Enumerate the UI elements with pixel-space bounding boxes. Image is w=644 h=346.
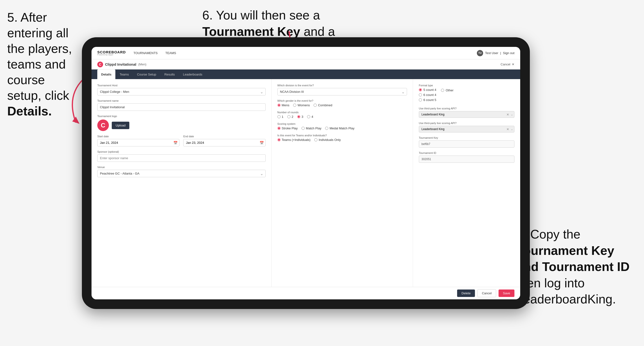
host-select-wrapper: Clippd College - Men — [97, 88, 266, 95]
leaderboard-api2-select[interactable]: Leaderboard King — [419, 126, 514, 133]
cancel-button[interactable]: Cancel — [477, 289, 496, 297]
cancel-label[interactable]: Cancel — [501, 62, 510, 66]
cancel-x-icon[interactable]: ✕ — [512, 62, 514, 66]
gender-womens-label: Womens — [298, 103, 310, 107]
main-content: Tournament Host Clippd College - Men Tou… — [92, 79, 520, 287]
leaderboard-api1-clear-button[interactable]: ✕ — [506, 113, 509, 116]
teams-individuals-label: Individuals Only — [319, 138, 341, 142]
annotation-left-bold: Details. — [7, 104, 52, 118]
format-5count4-radio[interactable] — [419, 88, 422, 91]
teams-individuals-radio[interactable] — [314, 138, 318, 141]
annotation-copy-bold: Tournament Key and Tournament ID — [516, 244, 630, 274]
gender-womens-option[interactable]: Womens — [293, 103, 310, 107]
sponsor-label: Sponsor (optional) — [97, 150, 266, 153]
rounds-1-option[interactable]: 1 — [278, 115, 284, 119]
user-avatar: TU — [477, 50, 483, 56]
end-date-input[interactable] — [183, 139, 266, 147]
cancel-area: Cancel ✕ — [501, 62, 514, 66]
header-left: SCOREBOARD Powered by clippd TOURNAMENTS… — [97, 50, 176, 56]
leaderboard-api2-group: Use third-party live scoring API? Leader… — [419, 122, 514, 133]
date-row: Start date 📅 End date 📅 — [97, 135, 266, 150]
rounds-1-label: 1 — [282, 115, 284, 119]
teams-plus-radio[interactable] — [278, 138, 280, 141]
annotation-bottom-right: 7. Copy the Tournament Key and Tournamen… — [516, 226, 637, 308]
tournament-id-value: 302051 — [419, 156, 514, 163]
rounds-1-radio[interactable] — [278, 115, 280, 118]
tab-course-setup[interactable]: Course Setup — [133, 69, 160, 79]
rounds-4-option[interactable]: 4 — [307, 115, 313, 119]
nav-tournaments[interactable]: TOURNAMENTS — [134, 51, 158, 55]
host-select[interactable]: Clippd College - Men — [97, 88, 266, 95]
tab-results[interactable]: Results — [160, 69, 178, 79]
nav-teams[interactable]: TEAMS — [166, 51, 176, 55]
rounds-2-option[interactable]: 2 — [287, 115, 293, 119]
app-header: SCOREBOARD Powered by clippd TOURNAMENTS… — [92, 47, 520, 59]
gender-combined-radio[interactable] — [314, 104, 317, 107]
format-6count4-option[interactable]: 6 count 4 — [419, 93, 436, 97]
tab-leaderboards[interactable]: Leaderboards — [179, 69, 206, 79]
tournament-key-label: Tournament Key — [419, 136, 514, 139]
format-6count5-option[interactable]: 6 count 5 — [419, 98, 436, 102]
scoring-medal-radio[interactable] — [325, 127, 328, 130]
tournament-key-value: bef6b7 — [419, 140, 514, 148]
rounds-3-radio[interactable] — [297, 115, 300, 118]
rounds-group: Number of rounds 1 2 3 — [278, 111, 407, 119]
user-name: Test User — [485, 51, 498, 55]
gender-mens-label: Mens — [282, 103, 290, 107]
rounds-2-radio[interactable] — [287, 115, 290, 118]
logo-sub: Powered by clippd — [97, 54, 126, 56]
format-5count4-option[interactable]: 5 count 4 — [419, 88, 436, 92]
header-divider: | — [500, 51, 501, 55]
teams-group: Is this event for Teams and/or Individua… — [278, 134, 407, 142]
signout-link[interactable]: Sign out — [503, 51, 514, 55]
leaderboard-api2-select-wrapper: Leaderboard King ✕ ⌄ — [419, 126, 514, 133]
gender-womens-radio[interactable] — [293, 104, 296, 107]
leaderboard-api2-clear-button[interactable]: ✕ — [506, 127, 509, 131]
sponsor-input[interactable] — [97, 154, 266, 162]
gender-mens-option[interactable]: Mens — [278, 103, 290, 107]
scoring-medal-label: Medal Match Play — [330, 127, 354, 130]
sponsor-group: Sponsor (optional) — [97, 150, 266, 162]
teams-plus-label: Teams (+Individuals) — [282, 138, 311, 142]
save-button[interactable]: Save — [498, 290, 514, 297]
end-date-wrapper: 📅 — [183, 139, 266, 147]
scoring-stroke-option[interactable]: Stroke Play — [278, 127, 298, 130]
format-6count4-radio[interactable] — [419, 93, 422, 96]
start-date-input[interactable] — [97, 139, 180, 147]
delete-button[interactable]: Delete — [457, 290, 475, 297]
logo-group: Tournament logo C Upload — [97, 115, 266, 131]
tab-teams[interactable]: Teams — [116, 69, 133, 79]
format-other-option[interactable]: Other — [441, 88, 454, 92]
rounds-3-option[interactable]: 3 — [297, 115, 303, 119]
gender-combined-option[interactable]: Combined — [314, 103, 332, 107]
gender-label: Which gender is the event for? — [278, 99, 407, 102]
tournament-id-group: Tournament ID 302051 — [419, 152, 514, 163]
teams-plus-option[interactable]: Teams (+Individuals) — [278, 138, 311, 142]
tournament-title: C Clippd Invitational (Men) — [97, 62, 146, 67]
teams-individuals-option[interactable]: Individuals Only — [314, 138, 341, 142]
format-6count5-radio[interactable] — [419, 98, 422, 101]
upload-button[interactable]: Upload — [112, 122, 129, 129]
venue-select[interactable]: Peachtree GC - Atlanta - GA — [97, 170, 266, 177]
tournament-name-input[interactable] — [97, 103, 266, 111]
tournament-key-group: Tournament Key bef6b7 — [419, 136, 514, 148]
division-select[interactable]: NCAA Division III — [278, 88, 407, 95]
scoring-medal-option[interactable]: Medal Match Play — [325, 127, 354, 130]
host-label: Tournament Host — [97, 84, 266, 87]
rounds-4-radio[interactable] — [307, 115, 310, 118]
scoring-match-radio[interactable] — [302, 127, 305, 130]
division-label: Which division is the event for? — [278, 84, 407, 87]
scoring-group: Scoring system Stroke Play Match Play — [278, 122, 407, 130]
format-left-options: 5 count 4 6 count 4 6 count 5 — [419, 88, 436, 103]
gender-radio-group: Mens Womens Combined — [278, 103, 407, 107]
format-other-radio[interactable] — [441, 89, 444, 92]
scoring-match-option[interactable]: Match Play — [302, 127, 321, 130]
gender-mens-radio[interactable] — [278, 104, 280, 107]
rounds-2-label: 2 — [292, 115, 293, 119]
tab-details[interactable]: Details — [97, 69, 115, 79]
start-date-label: Start date — [97, 135, 180, 138]
scoring-stroke-radio[interactable] — [278, 127, 280, 130]
tournament-bar: C Clippd Invitational (Men) Cancel ✕ — [92, 59, 520, 69]
format-options-container: 5 count 4 6 count 4 6 count 5 — [419, 88, 514, 103]
leaderboard-api1-select[interactable]: Leaderboard King — [419, 111, 514, 118]
